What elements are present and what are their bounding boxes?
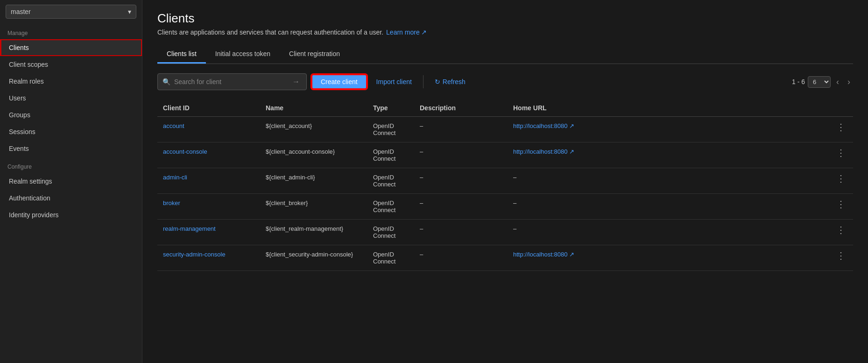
toolbar: 🔍 → Create client Import client ↻ Refres… <box>157 73 853 90</box>
pagination: 1 - 6 6 10 20 ‹ › <box>792 76 853 88</box>
table-row: account-console ${client_account-console… <box>157 142 853 168</box>
clients-table: Client ID Name Type Description Home URL <box>157 100 853 271</box>
sidebar-item-clients-label: Clients <box>9 44 29 51</box>
import-client-button[interactable]: Import client <box>372 75 416 88</box>
client-type: OpenID Connect <box>373 251 395 265</box>
pagination-next-button[interactable]: › <box>845 76 853 88</box>
sidebar: master ▾ Manage Clients Client scopes Re… <box>0 0 142 363</box>
sidebar-item-users[interactable]: Users <box>0 90 142 107</box>
client-name: ${client_security-admin-console} <box>266 251 353 258</box>
realm-dropdown-label: master <box>11 8 31 15</box>
table-row: account ${client_account} OpenID Connect… <box>157 117 853 142</box>
table-row: broker ${client_broker} OpenID Connect –… <box>157 194 853 220</box>
learn-more-link[interactable]: Learn more ↗ <box>386 28 427 36</box>
table-row: security-admin-console ${client_security… <box>157 245 853 271</box>
client-name: ${client_realm-management} <box>266 225 343 232</box>
external-link-icon: ↗ <box>569 148 574 155</box>
sidebar-item-realm-roles[interactable]: Realm roles <box>0 73 142 90</box>
client-id-link[interactable]: admin-cli <box>163 174 187 181</box>
client-id-link[interactable]: realm-management <box>163 225 216 232</box>
home-url-value: – <box>513 225 516 232</box>
refresh-button[interactable]: ↻ Refresh <box>430 75 470 88</box>
search-submit-button[interactable]: → <box>290 78 302 86</box>
search-icon: 🔍 <box>162 78 170 85</box>
sidebar-item-groups[interactable]: Groups <box>0 107 142 123</box>
col-header-actions <box>829 100 853 117</box>
sidebar-item-client-scopes-label: Client scopes <box>9 61 48 68</box>
row-actions-button[interactable]: ⋮ <box>834 199 847 209</box>
sidebar-item-authentication[interactable]: Authentication <box>0 190 142 206</box>
row-actions-button[interactable]: ⋮ <box>834 225 847 235</box>
client-description: – <box>420 251 423 258</box>
learn-more-label: Learn more <box>386 28 420 36</box>
pagination-per-page-select[interactable]: 6 10 20 <box>808 76 831 88</box>
configure-section-label: Configure <box>0 157 142 173</box>
col-header-name: Name <box>260 100 367 117</box>
home-url-link[interactable]: http://localhost:8080 ↗ <box>513 251 574 258</box>
tabs-bar: Clients list Initial access token Client… <box>157 45 853 64</box>
chevron-down-icon: ▾ <box>128 8 131 15</box>
table-row: realm-management ${client_realm-manageme… <box>157 220 853 245</box>
sidebar-item-identity-providers-label: Identity providers <box>9 211 59 219</box>
client-name: ${client_broker} <box>266 199 308 206</box>
realm-dropdown[interactable]: master ▾ <box>6 5 136 19</box>
client-description: – <box>420 199 423 206</box>
client-description: – <box>420 174 423 181</box>
sidebar-item-realm-settings-label: Realm settings <box>9 178 52 185</box>
sidebar-item-realm-settings[interactable]: Realm settings <box>0 173 142 190</box>
sidebar-item-events-label: Events <box>9 145 29 152</box>
col-header-client-id: Client ID <box>157 100 260 117</box>
client-type: OpenID Connect <box>373 122 395 136</box>
tab-client-registration[interactable]: Client registration <box>280 45 349 64</box>
sidebar-item-sessions-label: Sessions <box>9 128 35 135</box>
sidebar-item-clients[interactable]: Clients <box>0 39 142 56</box>
client-id-link[interactable]: broker <box>163 199 180 206</box>
sidebar-item-realm-roles-label: Realm roles <box>9 78 44 85</box>
client-description: – <box>420 225 423 232</box>
external-link-icon: ↗ <box>569 251 574 258</box>
col-header-home-url: Home URL <box>508 100 829 117</box>
sidebar-item-client-scopes[interactable]: Client scopes <box>0 56 142 73</box>
client-name: ${client_account-console} <box>266 148 335 155</box>
client-type: OpenID Connect <box>373 225 395 239</box>
pagination-prev-button[interactable]: ‹ <box>833 76 842 88</box>
sidebar-item-users-label: Users <box>9 94 26 102</box>
sidebar-item-identity-providers[interactable]: Identity providers <box>0 206 142 223</box>
row-actions-button[interactable]: ⋮ <box>834 251 847 260</box>
client-id-link[interactable]: account <box>163 122 184 129</box>
home-url-link[interactable]: http://localhost:8080 ↗ <box>513 148 574 155</box>
row-actions-button[interactable]: ⋮ <box>834 174 847 183</box>
refresh-icon: ↻ <box>435 78 440 85</box>
col-header-description: Description <box>414 100 508 117</box>
sidebar-item-sessions[interactable]: Sessions <box>0 123 142 140</box>
create-client-button[interactable]: Create client <box>311 74 367 89</box>
client-id-link[interactable]: account-console <box>163 148 207 155</box>
tab-initial-access-token[interactable]: Initial access token <box>206 45 280 64</box>
sidebar-item-groups-label: Groups <box>9 111 30 119</box>
row-actions-button[interactable]: ⋮ <box>834 148 847 157</box>
external-link-icon: ↗ <box>569 122 574 129</box>
client-name: ${client_account} <box>266 122 312 129</box>
toolbar-divider <box>423 75 423 88</box>
client-type: OpenID Connect <box>373 199 395 214</box>
row-actions-button[interactable]: ⋮ <box>834 122 847 132</box>
page-title: Clients <box>157 11 853 26</box>
col-header-type: Type <box>367 100 414 117</box>
home-url-link[interactable]: http://localhost:8080 ↗ <box>513 122 574 129</box>
client-id-link[interactable]: security-admin-console <box>163 251 226 258</box>
sidebar-item-events[interactable]: Events <box>0 140 142 157</box>
client-type: OpenID Connect <box>373 148 395 162</box>
sidebar-item-authentication-label: Authentication <box>9 194 50 202</box>
manage-section-label: Manage <box>0 23 142 39</box>
client-description: – <box>420 148 423 155</box>
search-input[interactable] <box>174 78 290 85</box>
client-name: ${client_admin-cli} <box>266 174 315 181</box>
page-subtitle-text: Clients are applications and services th… <box>157 28 383 36</box>
home-url-value: – <box>513 174 516 181</box>
pagination-range: 1 - 6 <box>792 78 805 85</box>
tab-clients-list[interactable]: Clients list <box>157 45 206 64</box>
client-description: – <box>420 122 423 129</box>
client-type: OpenID Connect <box>373 174 395 188</box>
table-row: admin-cli ${client_admin-cli} OpenID Con… <box>157 168 853 194</box>
main-content: Clients Clients are applications and ser… <box>142 0 868 363</box>
